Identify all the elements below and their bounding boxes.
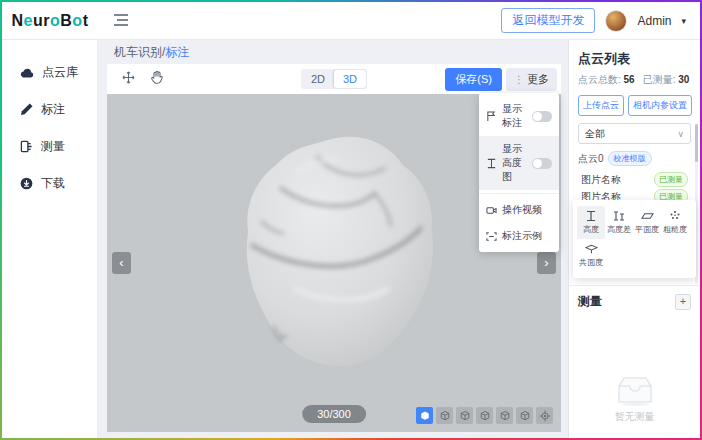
user-avatar[interactable] (605, 10, 627, 32)
video-icon (486, 205, 497, 216)
chevron-down-icon: ∨ (677, 129, 684, 139)
tool-height[interactable]: 高度 (577, 206, 605, 239)
empty-state: 暂无测量 (578, 316, 691, 438)
camera-intrinsics-button[interactable]: 相机内参设置 (628, 95, 692, 116)
view-cube-bottom-button[interactable] (516, 407, 533, 424)
sidebar-item-measure[interactable]: 测量 (2, 128, 97, 165)
coplanarity-icon (585, 243, 598, 255)
download-icon (20, 177, 33, 190)
measure-section-header: 测量 + (578, 286, 691, 316)
more-dots-icon: ⋮ (514, 74, 524, 85)
mode-2d-button[interactable]: 2D (302, 70, 334, 88)
empty-box-icon (613, 374, 657, 406)
tooth-3d-model[interactable] (225, 130, 443, 376)
view-cube-right-button[interactable] (476, 407, 493, 424)
roughness-icon (669, 210, 681, 222)
view-mode-toggle: 2D 3D (301, 69, 367, 89)
show-heightmap-toggle[interactable] (532, 158, 552, 169)
more-dropdown-menu: 显示标注 显示高度图 操作视频 (479, 93, 559, 252)
total-label: 点云总数: (578, 74, 621, 85)
measure-tools-card: 高度 高度差 平面度 粗糙度 共面度 (573, 200, 696, 278)
menu-item-tutorial-video[interactable]: 操作视频 (479, 197, 559, 223)
example-frame-icon (486, 231, 497, 242)
breadcrumb-parent[interactable]: 机车识别 (114, 45, 162, 59)
breadcrumb-current: 标注 (165, 45, 189, 59)
reset-view-target-button[interactable] (536, 407, 553, 424)
panel-title: 点云列表 (578, 50, 691, 68)
app-logo: NeuroBot (12, 12, 89, 29)
tool-coplanarity[interactable]: 共面度 (577, 239, 605, 272)
sidebar-item-download[interactable]: 下载 (2, 165, 97, 202)
sidebar-item-annotate[interactable]: 标注 (2, 91, 97, 128)
image-list-item[interactable]: 图片名称 已测量 (578, 171, 691, 188)
add-measurement-button[interactable]: + (675, 294, 691, 310)
menu-item-show-annotations[interactable]: 显示标注 (479, 96, 559, 136)
user-menu-caret-icon[interactable]: ▾ (681, 16, 686, 26)
tool-roughness[interactable]: 粗糙度 (661, 206, 689, 239)
more-button[interactable]: ⋮更多 (506, 68, 557, 91)
height-icon (585, 210, 597, 222)
ruler-icon (20, 140, 33, 153)
image-pager: 30/300 (302, 405, 366, 423)
screenshot-frame: NeuroBot 返回模型开发 Admin ▾ 点云库 标注 测量 (0, 0, 702, 440)
view-cube-front-button[interactable] (416, 407, 433, 424)
sidebar-item-pointcloud-lib[interactable]: 点云库 (2, 54, 97, 91)
tool-height-diff[interactable]: 高度差 (605, 206, 633, 239)
user-name[interactable]: Admin (637, 14, 671, 28)
text-height-icon (486, 158, 497, 169)
calibration-template-tag: 校准模版 (608, 151, 652, 166)
measured-count: 30 (678, 74, 689, 85)
next-image-button[interactable]: › (537, 252, 556, 274)
header-right: 返回模型开发 Admin ▾ (501, 8, 700, 33)
hand-tool-icon[interactable] (150, 70, 164, 89)
save-button[interactable]: 保存(S) (445, 68, 502, 91)
menu-item-annotation-example[interactable]: 标注示例 (479, 223, 559, 249)
prev-image-button[interactable]: ‹ (112, 252, 131, 274)
filter-select[interactable]: 全部 ∨ (578, 123, 691, 144)
measured-label: 已测量: (643, 74, 676, 85)
main-area: 机车识别/标注 2D 3D (98, 40, 568, 438)
pointcloud-panel: 点云列表 点云总数: 56 已测量: 30 上传点云 相机内参设置 全部 ∨ 点… (568, 40, 700, 438)
height-diff-icon (613, 210, 625, 222)
panel-scrollbar-thumb[interactable] (695, 124, 698, 162)
canvas-toolbar: 2D 3D 保存(S) ⋮更多 显示标注 (107, 64, 561, 94)
top-header: NeuroBot 返回模型开发 Admin ▾ (2, 2, 700, 40)
mode-3d-button[interactable]: 3D (334, 70, 366, 88)
view-cube-back-button[interactable] (436, 407, 453, 424)
tool-flatness[interactable]: 平面度 (633, 206, 661, 239)
back-to-model-dev-button[interactable]: 返回模型开发 (501, 8, 595, 33)
view-orientation-buttons (416, 407, 553, 424)
left-sidebar: 点云库 标注 测量 下载 (2, 40, 98, 438)
measure-title: 测量 (578, 293, 602, 310)
cloud-icon (20, 67, 34, 79)
menu-divider (479, 193, 559, 194)
flatness-icon (641, 210, 654, 222)
measured-badge: 已测量 (654, 172, 688, 187)
canvas-card: 2D 3D 保存(S) ⋮更多 显示标注 (107, 64, 561, 432)
breadcrumb: 机车识别/标注 (98, 40, 568, 64)
upload-pointcloud-button[interactable]: 上传点云 (578, 95, 624, 116)
move-tool-icon[interactable] (121, 70, 136, 89)
empty-text: 暂无测量 (615, 410, 655, 424)
app-window: NeuroBot 返回模型开发 Admin ▾ 点云库 标注 测量 (2, 2, 700, 438)
panel-stats: 点云总数: 56 已测量: 30 (578, 73, 691, 87)
view-cube-top-button[interactable] (496, 407, 513, 424)
pen-icon (20, 103, 33, 116)
logo-zone: NeuroBot (2, 12, 98, 30)
cloud-name: 点云0 (578, 152, 604, 166)
flag-icon (486, 111, 497, 122)
show-annotations-toggle[interactable] (532, 111, 552, 122)
collapse-menu-icon[interactable] (114, 12, 128, 30)
total-count: 56 (624, 74, 635, 85)
cloud-group-row[interactable]: 点云0 校准模版 (578, 151, 691, 166)
menu-item-show-heightmap[interactable]: 显示高度图 (479, 136, 559, 190)
view-cube-left-button[interactable] (456, 407, 473, 424)
